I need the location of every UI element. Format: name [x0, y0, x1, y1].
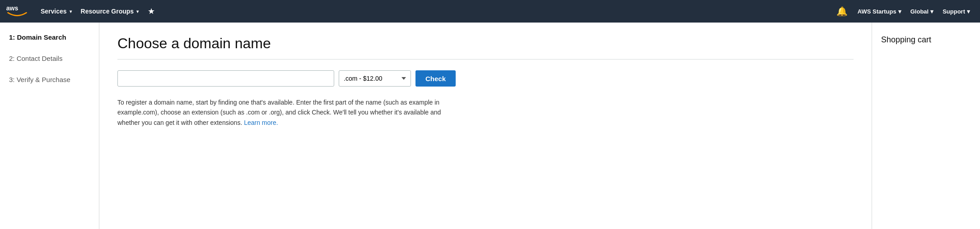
support-nav-item[interactable]: Support ▾: [938, 0, 975, 23]
resource-groups-nav-item[interactable]: Resource Groups ▾: [76, 0, 143, 23]
sidebar-step-3[interactable]: 3: Verify & Purchase: [9, 76, 90, 83]
domain-extension-select[interactable]: .com - $12.00 .net - $11.00 .org - $12.0…: [339, 70, 411, 87]
sidebar-step-1[interactable]: 1: Domain Search: [9, 33, 90, 41]
services-chevron-icon: ▾: [70, 9, 72, 14]
title-divider: [117, 59, 854, 60]
svg-text:aws: aws: [6, 5, 19, 12]
shopping-cart-title: Shopping cart: [881, 35, 971, 45]
page-title: Choose a domain name: [117, 35, 854, 52]
shopping-cart-panel: Shopping cart: [872, 23, 980, 229]
aws-logo[interactable]: aws: [5, 4, 29, 18]
domain-description: To register a domain name, start by find…: [117, 97, 452, 128]
aws-startups-chevron-icon: ▾: [898, 8, 901, 15]
sidebar: 1: Domain Search 2: Contact Details 3: V…: [0, 23, 99, 229]
aws-startups-nav-item[interactable]: AWS Startups ▾: [853, 0, 906, 23]
support-chevron-icon: ▾: [967, 8, 970, 15]
learn-more-link[interactable]: Learn more.: [244, 119, 278, 126]
global-chevron-icon: ▾: [930, 8, 933, 15]
domain-search-row: .com - $12.00 .net - $11.00 .org - $12.0…: [117, 70, 854, 87]
top-navbar: aws Services ▾ Resource Groups ▾ ★ 🔔 AWS…: [0, 0, 980, 23]
pin-icon[interactable]: ★: [143, 6, 159, 16]
resource-groups-chevron-icon: ▾: [136, 9, 139, 14]
bell-icon[interactable]: 🔔: [831, 6, 853, 17]
main-content: Choose a domain name .com - $12.00 .net …: [99, 23, 872, 229]
services-nav-item[interactable]: Services ▾: [36, 0, 76, 23]
main-layout: 1: Domain Search 2: Contact Details 3: V…: [0, 23, 980, 229]
sidebar-step-2[interactable]: 2: Contact Details: [9, 55, 90, 62]
check-button[interactable]: Check: [415, 70, 456, 87]
global-nav-item[interactable]: Global ▾: [906, 0, 938, 23]
domain-name-input[interactable]: [117, 70, 334, 87]
